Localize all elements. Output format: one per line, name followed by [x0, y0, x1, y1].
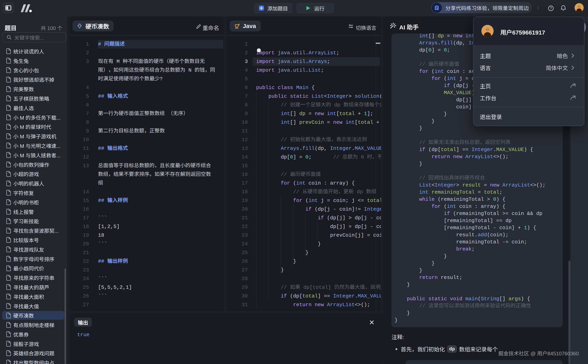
- svg-text:?: ?: [550, 6, 552, 10]
